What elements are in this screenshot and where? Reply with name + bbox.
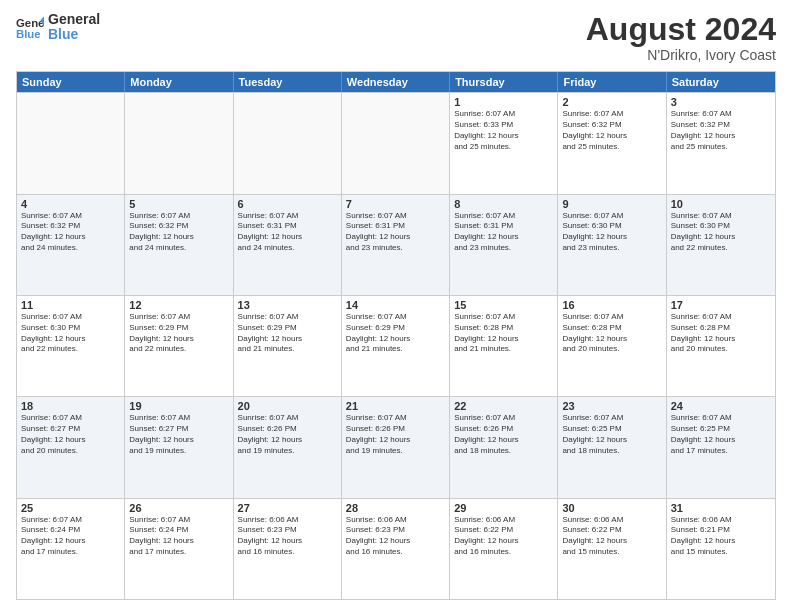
cell-info: Sunrise: 6:06 AM Sunset: 6:23 PM Dayligh… — [346, 515, 445, 558]
cell-info: Sunrise: 6:07 AM Sunset: 6:32 PM Dayligh… — [671, 109, 771, 152]
cal-cell: 8Sunrise: 6:07 AM Sunset: 6:31 PM Daylig… — [450, 195, 558, 295]
day-number: 7 — [346, 198, 445, 210]
cal-cell: 4Sunrise: 6:07 AM Sunset: 6:32 PM Daylig… — [17, 195, 125, 295]
subtitle: N'Drikro, Ivory Coast — [586, 47, 776, 63]
day-number: 27 — [238, 502, 337, 514]
cell-info: Sunrise: 6:07 AM Sunset: 6:26 PM Dayligh… — [238, 413, 337, 456]
cal-cell: 21Sunrise: 6:07 AM Sunset: 6:26 PM Dayli… — [342, 397, 450, 497]
day-number: 14 — [346, 299, 445, 311]
title-block: August 2024 N'Drikro, Ivory Coast — [586, 12, 776, 63]
calendar-row-5: 25Sunrise: 6:07 AM Sunset: 6:24 PM Dayli… — [17, 498, 775, 599]
cell-info: Sunrise: 6:07 AM Sunset: 6:31 PM Dayligh… — [346, 211, 445, 254]
cell-info: Sunrise: 6:07 AM Sunset: 6:28 PM Dayligh… — [454, 312, 553, 355]
header-day-monday: Monday — [125, 72, 233, 92]
cell-info: Sunrise: 6:07 AM Sunset: 6:25 PM Dayligh… — [671, 413, 771, 456]
day-number: 10 — [671, 198, 771, 210]
cal-cell: 29Sunrise: 6:06 AM Sunset: 6:22 PM Dayli… — [450, 499, 558, 599]
cell-info: Sunrise: 6:06 AM Sunset: 6:22 PM Dayligh… — [562, 515, 661, 558]
cell-info: Sunrise: 6:07 AM Sunset: 6:30 PM Dayligh… — [562, 211, 661, 254]
calendar-row-4: 18Sunrise: 6:07 AM Sunset: 6:27 PM Dayli… — [17, 396, 775, 497]
day-number: 25 — [21, 502, 120, 514]
header-day-saturday: Saturday — [667, 72, 775, 92]
header-day-thursday: Thursday — [450, 72, 558, 92]
cell-info: Sunrise: 6:07 AM Sunset: 6:31 PM Dayligh… — [238, 211, 337, 254]
cell-info: Sunrise: 6:07 AM Sunset: 6:26 PM Dayligh… — [454, 413, 553, 456]
cal-cell: 14Sunrise: 6:07 AM Sunset: 6:29 PM Dayli… — [342, 296, 450, 396]
logo: General Blue General Blue — [16, 12, 100, 43]
logo-blue: Blue — [48, 27, 100, 42]
day-number: 30 — [562, 502, 661, 514]
calendar-header: SundayMondayTuesdayWednesdayThursdayFrid… — [17, 72, 775, 92]
cal-cell: 7Sunrise: 6:07 AM Sunset: 6:31 PM Daylig… — [342, 195, 450, 295]
header-day-wednesday: Wednesday — [342, 72, 450, 92]
cell-info: Sunrise: 6:07 AM Sunset: 6:27 PM Dayligh… — [21, 413, 120, 456]
cal-cell: 9Sunrise: 6:07 AM Sunset: 6:30 PM Daylig… — [558, 195, 666, 295]
cell-info: Sunrise: 6:07 AM Sunset: 6:30 PM Dayligh… — [21, 312, 120, 355]
day-number: 15 — [454, 299, 553, 311]
day-number: 26 — [129, 502, 228, 514]
cell-info: Sunrise: 6:07 AM Sunset: 6:28 PM Dayligh… — [671, 312, 771, 355]
day-number: 6 — [238, 198, 337, 210]
cell-info: Sunrise: 6:07 AM Sunset: 6:24 PM Dayligh… — [21, 515, 120, 558]
cell-info: Sunrise: 6:07 AM Sunset: 6:30 PM Dayligh… — [671, 211, 771, 254]
cell-info: Sunrise: 6:07 AM Sunset: 6:32 PM Dayligh… — [129, 211, 228, 254]
cal-cell: 15Sunrise: 6:07 AM Sunset: 6:28 PM Dayli… — [450, 296, 558, 396]
cal-cell: 27Sunrise: 6:06 AM Sunset: 6:23 PM Dayli… — [234, 499, 342, 599]
day-number: 11 — [21, 299, 120, 311]
cal-cell: 17Sunrise: 6:07 AM Sunset: 6:28 PM Dayli… — [667, 296, 775, 396]
cell-info: Sunrise: 6:07 AM Sunset: 6:24 PM Dayligh… — [129, 515, 228, 558]
cal-cell: 11Sunrise: 6:07 AM Sunset: 6:30 PM Dayli… — [17, 296, 125, 396]
cell-info: Sunrise: 6:07 AM Sunset: 6:33 PM Dayligh… — [454, 109, 553, 152]
cell-info: Sunrise: 6:07 AM Sunset: 6:32 PM Dayligh… — [21, 211, 120, 254]
day-number: 28 — [346, 502, 445, 514]
cell-info: Sunrise: 6:06 AM Sunset: 6:21 PM Dayligh… — [671, 515, 771, 558]
calendar-body: 1Sunrise: 6:07 AM Sunset: 6:33 PM Daylig… — [17, 92, 775, 599]
cell-info: Sunrise: 6:07 AM Sunset: 6:29 PM Dayligh… — [238, 312, 337, 355]
header-day-friday: Friday — [558, 72, 666, 92]
page: General Blue General Blue August 2024 N'… — [0, 0, 792, 612]
cal-cell: 3Sunrise: 6:07 AM Sunset: 6:32 PM Daylig… — [667, 93, 775, 193]
day-number: 24 — [671, 400, 771, 412]
day-number: 20 — [238, 400, 337, 412]
cell-info: Sunrise: 6:06 AM Sunset: 6:23 PM Dayligh… — [238, 515, 337, 558]
day-number: 9 — [562, 198, 661, 210]
cal-cell — [17, 93, 125, 193]
cell-info: Sunrise: 6:07 AM Sunset: 6:26 PM Dayligh… — [346, 413, 445, 456]
day-number: 13 — [238, 299, 337, 311]
cell-info: Sunrise: 6:07 AM Sunset: 6:28 PM Dayligh… — [562, 312, 661, 355]
cal-cell: 31Sunrise: 6:06 AM Sunset: 6:21 PM Dayli… — [667, 499, 775, 599]
day-number: 31 — [671, 502, 771, 514]
day-number: 23 — [562, 400, 661, 412]
day-number: 8 — [454, 198, 553, 210]
calendar-row-3: 11Sunrise: 6:07 AM Sunset: 6:30 PM Dayli… — [17, 295, 775, 396]
day-number: 5 — [129, 198, 228, 210]
cell-info: Sunrise: 6:07 AM Sunset: 6:31 PM Dayligh… — [454, 211, 553, 254]
cell-info: Sunrise: 6:07 AM Sunset: 6:27 PM Dayligh… — [129, 413, 228, 456]
cal-cell: 23Sunrise: 6:07 AM Sunset: 6:25 PM Dayli… — [558, 397, 666, 497]
day-number: 4 — [21, 198, 120, 210]
cell-info: Sunrise: 6:07 AM Sunset: 6:29 PM Dayligh… — [346, 312, 445, 355]
day-number: 17 — [671, 299, 771, 311]
cal-cell: 1Sunrise: 6:07 AM Sunset: 6:33 PM Daylig… — [450, 93, 558, 193]
cal-cell: 22Sunrise: 6:07 AM Sunset: 6:26 PM Dayli… — [450, 397, 558, 497]
cal-cell: 24Sunrise: 6:07 AM Sunset: 6:25 PM Dayli… — [667, 397, 775, 497]
cal-cell: 10Sunrise: 6:07 AM Sunset: 6:30 PM Dayli… — [667, 195, 775, 295]
header: General Blue General Blue August 2024 N'… — [16, 12, 776, 63]
day-number: 18 — [21, 400, 120, 412]
cal-cell: 28Sunrise: 6:06 AM Sunset: 6:23 PM Dayli… — [342, 499, 450, 599]
day-number: 16 — [562, 299, 661, 311]
cal-cell — [342, 93, 450, 193]
cal-cell: 26Sunrise: 6:07 AM Sunset: 6:24 PM Dayli… — [125, 499, 233, 599]
cal-cell: 20Sunrise: 6:07 AM Sunset: 6:26 PM Dayli… — [234, 397, 342, 497]
day-number: 29 — [454, 502, 553, 514]
day-number: 3 — [671, 96, 771, 108]
cal-cell — [125, 93, 233, 193]
cal-cell: 2Sunrise: 6:07 AM Sunset: 6:32 PM Daylig… — [558, 93, 666, 193]
day-number: 1 — [454, 96, 553, 108]
cal-cell: 6Sunrise: 6:07 AM Sunset: 6:31 PM Daylig… — [234, 195, 342, 295]
svg-text:Blue: Blue — [16, 28, 41, 40]
cell-info: Sunrise: 6:07 AM Sunset: 6:32 PM Dayligh… — [562, 109, 661, 152]
cal-cell: 19Sunrise: 6:07 AM Sunset: 6:27 PM Dayli… — [125, 397, 233, 497]
main-title: August 2024 — [586, 12, 776, 47]
day-number: 2 — [562, 96, 661, 108]
